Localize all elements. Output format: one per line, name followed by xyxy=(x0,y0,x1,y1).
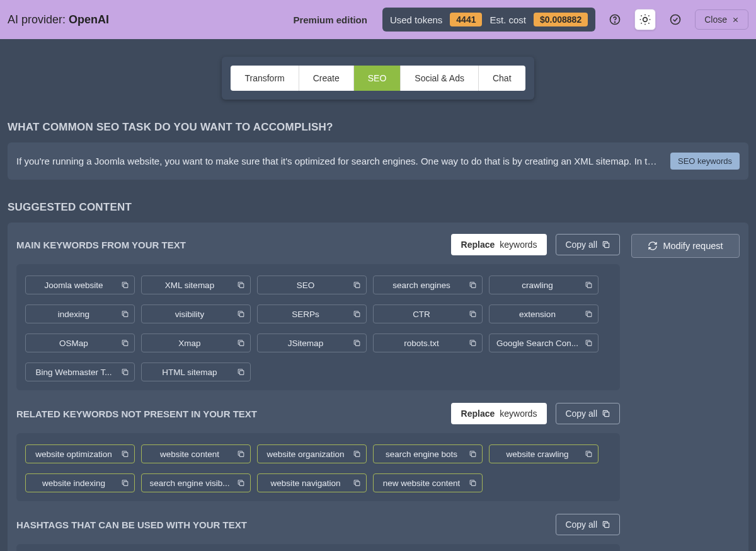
keyword-chip[interactable]: search engines xyxy=(373,276,483,294)
svg-rect-4 xyxy=(605,243,609,248)
keyword-chip[interactable]: search engine bots xyxy=(373,444,483,463)
task-context-text: If you're running a Joomla website, you … xyxy=(16,156,660,166)
keyword-chip[interactable]: indexing xyxy=(25,304,135,323)
keyword-chip[interactable]: Bing Webmaster T... xyxy=(25,362,135,381)
copy-icon[interactable] xyxy=(469,310,477,318)
tab-social-ads[interactable]: Social & Ads xyxy=(401,66,479,91)
svg-rect-11 xyxy=(239,313,244,317)
copy-all-hashtags-button[interactable]: Copy all xyxy=(556,514,620,535)
copy-icon[interactable] xyxy=(469,281,477,289)
suggested-panel: MAIN KEYWORDS FROM YOUR TEXT Replace key… xyxy=(8,223,748,551)
copy-all-related-button[interactable]: Copy all xyxy=(556,403,620,424)
tab-create[interactable]: Create xyxy=(299,66,354,91)
keyword-chip[interactable]: Xmap xyxy=(141,334,251,352)
main-keywords-title: MAIN KEYWORDS FROM YOUR TEXT xyxy=(16,240,186,250)
chip-label: search engine bots xyxy=(386,450,457,459)
keyword-chip[interactable]: Google Search Con... xyxy=(489,334,598,352)
copy-icon[interactable] xyxy=(237,339,245,347)
svg-rect-23 xyxy=(123,453,128,457)
copy-icon[interactable] xyxy=(469,339,477,347)
copy-icon[interactable] xyxy=(353,450,361,458)
keyword-chip[interactable]: visibility xyxy=(141,304,251,323)
modify-request-button[interactable]: Modify request xyxy=(631,234,740,258)
replace-keywords-button[interactable]: Replace keywords xyxy=(451,234,547,255)
chip-label: indexing xyxy=(58,310,89,319)
keyword-chip[interactable]: crawling xyxy=(489,276,598,294)
copy-icon[interactable] xyxy=(585,339,593,347)
svg-rect-28 xyxy=(123,482,128,486)
copy-icon[interactable] xyxy=(237,310,245,318)
copy-all-label: Copy all xyxy=(565,240,597,250)
keyword-chip[interactable]: website navigation xyxy=(257,473,367,492)
keyword-chip[interactable]: SERPs xyxy=(257,304,367,323)
chip-label: new website content xyxy=(383,478,460,488)
related-keywords-title: RELATED KEYWORDS NOT PRESENT IN YOUR TEX… xyxy=(16,409,257,419)
svg-rect-20 xyxy=(123,371,128,375)
task-summary-bar: If you're running a Joomla website, you … xyxy=(8,142,748,180)
copy-icon[interactable] xyxy=(469,450,477,458)
copy-icon[interactable] xyxy=(121,310,129,318)
keyword-chip[interactable]: CTR xyxy=(373,304,483,323)
copy-all-main-button[interactable]: Copy all xyxy=(556,234,620,255)
copy-icon[interactable] xyxy=(237,450,245,458)
svg-rect-5 xyxy=(123,284,128,288)
copy-icon[interactable] xyxy=(237,479,245,487)
replace-strong: Replace xyxy=(461,409,495,419)
svg-rect-22 xyxy=(605,412,609,417)
chip-label: website indexing xyxy=(42,478,105,488)
theme-toggle-button[interactable] xyxy=(634,9,656,30)
copy-icon[interactable] xyxy=(353,479,361,487)
keyword-chip[interactable]: website indexing xyxy=(25,473,135,492)
svg-rect-16 xyxy=(239,342,244,346)
keyword-chip[interactable]: XML sitemap xyxy=(141,276,251,294)
keyword-chip[interactable]: SEO xyxy=(257,276,367,294)
copy-icon[interactable] xyxy=(353,339,361,347)
replace-related-button[interactable]: Replace keywords xyxy=(451,403,547,424)
keyword-chip[interactable]: website content xyxy=(141,444,251,463)
copy-icon[interactable] xyxy=(237,368,245,376)
keyword-chip[interactable]: search engine visib... xyxy=(141,473,251,492)
svg-rect-19 xyxy=(587,342,592,346)
replace-rest: keywords xyxy=(500,240,537,250)
done-button[interactable] xyxy=(665,9,686,30)
keyword-chip[interactable]: HTML sitemap xyxy=(141,362,251,381)
copy-icon[interactable] xyxy=(121,281,129,289)
copy-icon[interactable] xyxy=(121,368,129,376)
premium-edition-label: Premium edition xyxy=(293,14,367,25)
copy-icon[interactable] xyxy=(585,450,593,458)
tab-transform[interactable]: Transform xyxy=(231,66,299,91)
svg-rect-15 xyxy=(123,342,128,346)
keyword-chip[interactable]: Joomla website xyxy=(25,276,135,294)
hashtags-title: HASHTAGS THAT CAN BE USED WITH YOUR TEXT xyxy=(16,519,247,530)
related-keywords-grid: website optimizationwebsite contentwebsi… xyxy=(25,444,611,496)
copy-icon[interactable] xyxy=(585,281,593,289)
copy-icon[interactable] xyxy=(121,450,129,458)
copy-icon[interactable] xyxy=(237,281,245,289)
copy-icon[interactable] xyxy=(121,339,129,347)
keyword-chip[interactable]: OSMap xyxy=(25,334,135,352)
main-keywords-block: MAIN KEYWORDS FROM YOUR TEXT Replace key… xyxy=(16,234,620,390)
keyword-chip[interactable]: new website content xyxy=(373,473,483,492)
chip-label: JSitemap xyxy=(288,339,323,348)
help-button[interactable] xyxy=(604,9,626,30)
copy-icon[interactable] xyxy=(353,310,361,318)
main-scroll[interactable]: TransformCreateSEOSocial & AdsChat WHAT … xyxy=(0,39,756,551)
keyword-chip[interactable]: website crawling xyxy=(489,444,598,463)
copy-icon[interactable] xyxy=(469,479,477,487)
copy-icon[interactable] xyxy=(121,479,129,487)
svg-rect-32 xyxy=(605,523,609,528)
tab-chat[interactable]: Chat xyxy=(479,66,525,91)
copy-icon[interactable] xyxy=(353,281,361,289)
keyword-chip[interactable]: extension xyxy=(489,304,598,323)
keyword-chip[interactable]: JSitemap xyxy=(257,334,367,352)
tab-seo[interactable]: SEO xyxy=(354,66,401,91)
chip-label: XML sitemap xyxy=(165,281,214,290)
copy-icon[interactable] xyxy=(585,310,593,318)
close-button[interactable]: Close xyxy=(695,9,748,30)
keyword-chip[interactable]: robots.txt xyxy=(373,334,483,352)
keyword-chip[interactable]: website organization xyxy=(257,444,367,463)
chip-label: SERPs xyxy=(292,310,319,319)
task-mode-pill[interactable]: SEO keywords xyxy=(670,153,740,170)
keyword-chip[interactable]: website optimization xyxy=(25,444,135,463)
est-cost-value: $0.008882 xyxy=(534,13,588,26)
